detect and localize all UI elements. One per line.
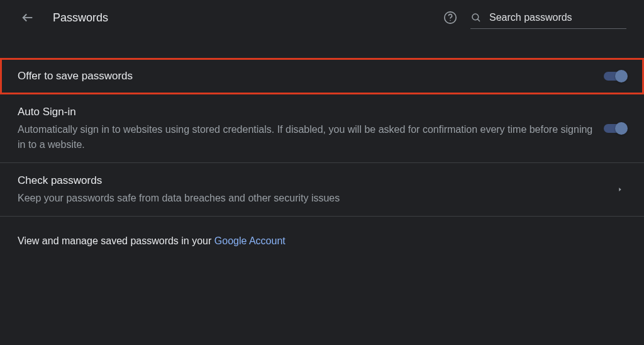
toggle-offer-save-passwords[interactable]	[604, 72, 626, 81]
svg-point-3	[472, 14, 479, 20]
row-label: Offer to save passwords	[18, 69, 594, 84]
arrow-left-icon	[21, 11, 35, 25]
help-icon	[443, 11, 457, 25]
search-icon	[470, 11, 482, 24]
back-button[interactable]	[20, 10, 35, 25]
footer-prefix: View and manage saved passwords in your	[18, 235, 214, 246]
row-desc: Keep your passwords safe from data breac…	[18, 191, 604, 206]
row-label: Check passwords	[18, 173, 604, 188]
row-check-passwords[interactable]: Check passwords Keep your passwords safe…	[0, 163, 644, 217]
header: Passwords	[0, 0, 644, 35]
row-auto-signin[interactable]: Auto Sign-in Automatically sign in to we…	[0, 94, 644, 163]
search-field[interactable]	[470, 6, 626, 29]
search-input[interactable]	[488, 11, 626, 24]
row-desc: Automatically sign in to websites using …	[18, 122, 594, 152]
toggle-auto-signin[interactable]	[604, 124, 626, 133]
svg-point-2	[450, 20, 450, 21]
row-offer-save-passwords[interactable]: Offer to save passwords	[0, 58, 644, 94]
page-title: Passwords	[53, 11, 108, 25]
chevron-right-icon	[614, 183, 626, 196]
google-account-link[interactable]: Google Account	[214, 235, 286, 246]
row-label: Auto Sign-in	[18, 105, 594, 120]
settings-list: Offer to save passwords Auto Sign-in Aut…	[0, 58, 644, 266]
svg-marker-5	[619, 188, 621, 191]
svg-line-4	[477, 19, 480, 21]
help-button[interactable]	[439, 6, 462, 29]
footer-text: View and manage saved passwords in your …	[0, 217, 644, 266]
